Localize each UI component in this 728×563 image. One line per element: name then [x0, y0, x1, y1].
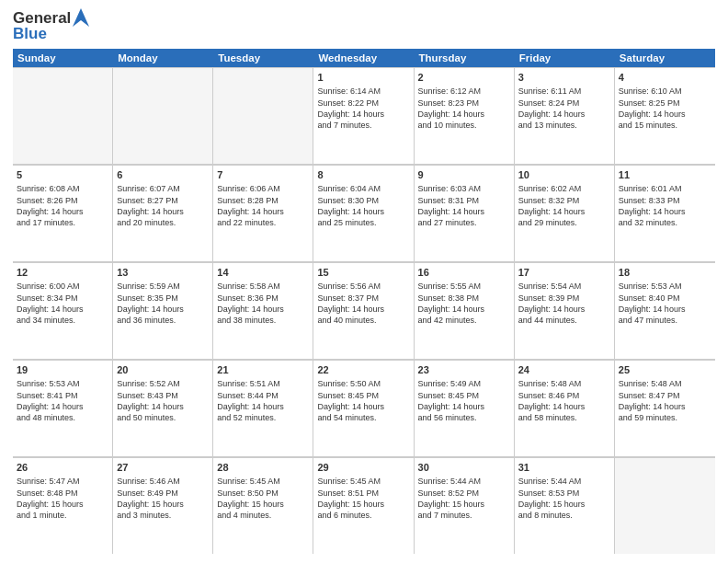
cell-text-line: Sunrise: 6:12 AM — [418, 86, 510, 97]
cell-text-line: Sunrise: 5:45 AM — [317, 476, 409, 487]
cell-text-line: Sunset: 8:43 PM — [117, 390, 209, 401]
cell-text-line: Sunset: 8:31 PM — [418, 195, 510, 206]
cell-text-line: Sunset: 8:39 PM — [518, 293, 610, 304]
cell-text-line: Sunrise: 6:02 AM — [518, 183, 610, 194]
day-number: 10 — [518, 168, 610, 182]
cell-text-line: Sunset: 8:41 PM — [17, 390, 108, 401]
cell-text-line: Sunrise: 5:59 AM — [117, 281, 209, 292]
calendar-cell: 31Sunrise: 5:44 AMSunset: 8:53 PMDayligh… — [515, 458, 615, 554]
calendar-cell: 1Sunrise: 6:14 AMSunset: 8:22 PMDaylight… — [313, 68, 414, 164]
cell-text-line: and 54 minutes. — [317, 412, 409, 423]
cell-text-line: and 22 minutes. — [217, 217, 309, 228]
day-number: 18 — [619, 266, 711, 280]
cell-text-line: and 25 minutes. — [317, 217, 409, 228]
cell-text-line: Sunrise: 6:01 AM — [619, 183, 711, 194]
day-number: 20 — [117, 363, 209, 377]
cell-text-line: Sunset: 8:23 PM — [418, 98, 510, 109]
calendar-cell: 29Sunrise: 5:45 AMSunset: 8:51 PMDayligh… — [313, 458, 414, 554]
cell-text-line: Daylight: 15 hours — [17, 499, 108, 510]
cell-text-line: Sunrise: 5:47 AM — [17, 476, 108, 487]
calendar-cell: 30Sunrise: 5:44 AMSunset: 8:52 PMDayligh… — [415, 458, 515, 554]
cell-text-line: Sunset: 8:32 PM — [518, 195, 610, 206]
cell-text-line: Daylight: 15 hours — [418, 499, 510, 510]
cell-text-line: Daylight: 14 hours — [117, 401, 209, 412]
calendar-cell — [615, 458, 715, 554]
cell-text-line: Sunset: 8:30 PM — [317, 195, 409, 206]
cell-text-line: Daylight: 14 hours — [619, 304, 711, 315]
cell-text-line: Sunset: 8:28 PM — [217, 195, 309, 206]
calendar-cell: 21Sunrise: 5:51 AMSunset: 8:44 PMDayligh… — [213, 361, 313, 456]
cell-text-line: Sunset: 8:44 PM — [217, 390, 309, 401]
day-number: 14 — [217, 266, 309, 280]
day-number: 27 — [117, 461, 209, 475]
day-number: 21 — [217, 363, 309, 377]
cell-text-line: Daylight: 14 hours — [418, 109, 510, 120]
calendar-cell: 11Sunrise: 6:01 AMSunset: 8:33 PMDayligh… — [615, 166, 715, 261]
cell-text-line: and 27 minutes. — [418, 217, 510, 228]
calendar-cell: 2Sunrise: 6:12 AMSunset: 8:23 PMDaylight… — [415, 68, 515, 164]
day-number: 7 — [217, 168, 309, 182]
cell-text-line: Sunrise: 6:14 AM — [317, 86, 409, 97]
cell-text-line: Sunset: 8:26 PM — [17, 195, 108, 206]
cell-text-line: Daylight: 15 hours — [117, 499, 209, 510]
cell-text-line: and 36 minutes. — [117, 315, 209, 326]
cell-text-line: Sunset: 8:50 PM — [217, 488, 309, 499]
calendar-cell: 26Sunrise: 5:47 AMSunset: 8:48 PMDayligh… — [13, 458, 113, 554]
cell-text-line: and 52 minutes. — [217, 412, 309, 423]
logo-icon — [73, 8, 89, 27]
calendar-cell — [213, 68, 313, 164]
cell-text-line: Daylight: 14 hours — [518, 304, 610, 315]
calendar-cell: 20Sunrise: 5:52 AMSunset: 8:43 PMDayligh… — [113, 361, 213, 456]
cell-text-line: and 34 minutes. — [17, 315, 108, 326]
cell-text-line: Daylight: 15 hours — [217, 499, 309, 510]
calendar-cell: 8Sunrise: 6:04 AMSunset: 8:30 PMDaylight… — [313, 166, 414, 261]
calendar-header-cell: Sunday — [13, 49, 113, 67]
calendar-cell: 23Sunrise: 5:49 AMSunset: 8:45 PMDayligh… — [415, 361, 515, 456]
cell-text-line: and 6 minutes. — [317, 510, 409, 521]
day-number: 5 — [17, 168, 108, 182]
cell-text-line: Sunset: 8:35 PM — [117, 293, 209, 304]
calendar-header-cell: Monday — [113, 49, 213, 67]
cell-text-line: and 58 minutes. — [518, 412, 610, 423]
cell-text-line: Sunrise: 5:49 AM — [418, 378, 510, 389]
cell-text-line: Daylight: 14 hours — [317, 401, 409, 412]
day-number: 31 — [518, 461, 610, 475]
cell-text-line: and 8 minutes. — [518, 510, 610, 521]
cell-text-line: Sunrise: 5:54 AM — [518, 281, 610, 292]
cell-text-line: Sunrise: 5:58 AM — [217, 281, 309, 292]
cell-text-line: Daylight: 14 hours — [619, 109, 711, 120]
cell-text-line: Daylight: 14 hours — [518, 206, 610, 217]
cell-text-line: and 48 minutes. — [17, 412, 108, 423]
cell-text-line: and 7 minutes. — [317, 120, 409, 131]
cell-text-line: Daylight: 14 hours — [317, 109, 409, 120]
calendar-cell: 4Sunrise: 6:10 AMSunset: 8:25 PMDaylight… — [615, 68, 715, 164]
cell-text-line: Daylight: 14 hours — [117, 304, 209, 315]
day-number: 17 — [518, 266, 610, 280]
cell-text-line: and 7 minutes. — [418, 510, 510, 521]
calendar: SundayMondayTuesdayWednesdayThursdayFrid… — [13, 49, 715, 554]
day-number: 15 — [317, 266, 409, 280]
logo-blue: Blue — [13, 25, 89, 43]
cell-text-line: Sunset: 8:49 PM — [117, 488, 209, 499]
cell-text-line: Daylight: 14 hours — [619, 206, 711, 217]
cell-text-line: Sunrise: 5:46 AM — [117, 476, 209, 487]
calendar-body: 1Sunrise: 6:14 AMSunset: 8:22 PMDaylight… — [13, 67, 715, 554]
cell-text-line: and 13 minutes. — [518, 120, 610, 131]
logo: General Blue — [13, 9, 89, 43]
day-number: 3 — [518, 71, 610, 85]
cell-text-line: and 38 minutes. — [217, 315, 309, 326]
cell-text-line: Daylight: 14 hours — [17, 206, 108, 217]
day-number: 30 — [418, 461, 510, 475]
cell-text-line: Daylight: 14 hours — [317, 304, 409, 315]
calendar-week: 19Sunrise: 5:53 AMSunset: 8:41 PMDayligh… — [13, 360, 715, 457]
day-number: 28 — [217, 461, 309, 475]
cell-text-line: Sunrise: 5:45 AM — [217, 476, 309, 487]
calendar-cell — [113, 68, 213, 164]
cell-text-line: Sunset: 8:52 PM — [418, 488, 510, 499]
cell-text-line: Daylight: 14 hours — [317, 206, 409, 217]
cell-text-line: and 29 minutes. — [518, 217, 610, 228]
calendar-header-cell: Thursday — [415, 49, 515, 67]
cell-text-line: and 42 minutes. — [418, 315, 510, 326]
cell-text-line: Sunset: 8:24 PM — [518, 98, 610, 109]
calendar-cell: 3Sunrise: 6:11 AMSunset: 8:24 PMDaylight… — [515, 68, 615, 164]
